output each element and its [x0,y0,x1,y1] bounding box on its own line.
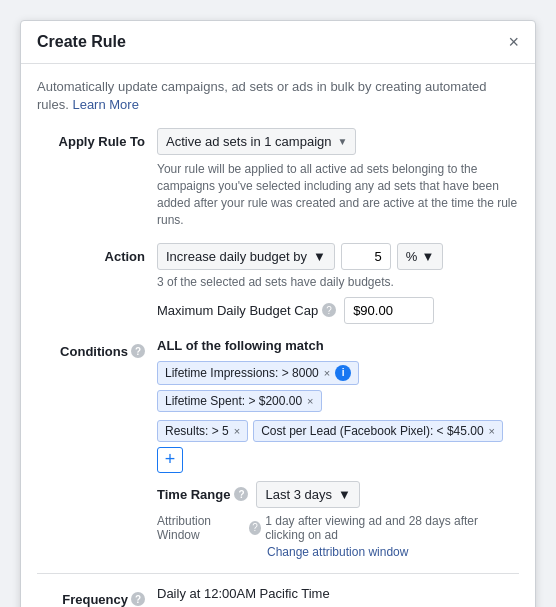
action-row: Action Increase daily budget by ▼ % ▼ 3 … [37,243,519,324]
budget-cap-row: Maximum Daily Budget Cap ? [157,297,519,324]
apply-rule-desc: Your rule will be applied to all active … [157,161,519,228]
chevron-down-icon: ▼ [338,487,351,502]
frequency-label: Frequency ? [37,586,157,607]
chevron-down-icon: ▼ [313,249,326,264]
attribution-window: Attribution Window ? 1 day after viewing… [157,514,519,542]
condition-tag-0: Lifetime Impressions: > 8000 × i [157,361,359,385]
attribution-window-label: Attribution Window [157,514,245,542]
apply-rule-dropdown[interactable]: Active ad sets in 1 campaign ▼ [157,128,356,155]
condition-tag-close-0[interactable]: × [324,367,330,379]
conditions-content: ALL of the following match Lifetime Impr… [157,338,519,559]
chevron-down-icon: ▼ [337,136,347,147]
close-button[interactable]: × [508,33,519,51]
time-range-row: Time Range ? Last 3 days ▼ [157,481,519,508]
intro-text: Automatically update campaigns, ad sets … [37,78,519,114]
conditions-tags: Lifetime Impressions: > 8000 × i Lifetim… [157,361,519,412]
conditions-help-icon[interactable]: ? [131,344,145,358]
conditions-header: ALL of the following match [157,338,519,353]
condition-tag-1: Lifetime Spent: > $200.00 × [157,390,322,412]
dialog-body: Automatically update campaigns, ad sets … [21,64,535,607]
action-label: Action [37,243,157,264]
time-range-label: Time Range ? [157,487,248,502]
action-unit-dropdown[interactable]: % ▼ [397,243,443,270]
condition-tag-3: Cost per Lead (Facebook Pixel): < $45.00… [253,420,503,442]
time-range-help-icon[interactable]: ? [234,487,248,501]
chevron-down-icon: ▼ [421,249,434,264]
condition-tag-close-2[interactable]: × [234,425,240,437]
apply-rule-content: Active ad sets in 1 campaign ▼ Your rule… [157,128,519,228]
frequency-help-icon[interactable]: ? [131,592,145,606]
budget-cap-help-icon[interactable]: ? [322,303,336,317]
conditions-label: Conditions ? [37,338,157,359]
time-range-dropdown[interactable]: Last 3 days ▼ [256,481,359,508]
apply-rule-label: Apply Rule To [37,128,157,149]
add-condition-button[interactable]: + [157,447,183,473]
condition-tag-close-1[interactable]: × [307,395,313,407]
action-controls: Increase daily budget by ▼ % ▼ [157,243,519,270]
action-dropdown[interactable]: Increase daily budget by ▼ [157,243,335,270]
apply-rule-row: Apply Rule To Active ad sets in 1 campai… [37,128,519,228]
conditions-tags-2: Results: > 5 × Cost per Lead (Facebook P… [157,420,519,473]
frequency-row: Frequency ? Daily at 12:00AM Pacific Tim… [37,586,519,607]
condition-tag-2: Results: > 5 × [157,420,248,442]
condition-tag-close-3[interactable]: × [489,425,495,437]
action-desc: 3 of the selected ad sets have daily bud… [157,275,519,289]
condition-tag-info-0[interactable]: i [335,365,351,381]
budget-cap-label: Maximum Daily Budget Cap ? [157,303,336,318]
action-amount-input[interactable] [341,243,391,270]
dialog-header: Create Rule × [21,21,535,64]
attribution-help-icon[interactable]: ? [249,521,261,535]
frequency-content: Daily at 12:00AM Pacific Time [157,586,519,601]
change-attribution-link[interactable]: Change attribution window [157,545,408,559]
action-content: Increase daily budget by ▼ % ▼ 3 of the … [157,243,519,324]
create-rule-dialog: Create Rule × Automatically update campa… [20,20,536,607]
budget-cap-input[interactable] [344,297,434,324]
dialog-title: Create Rule [37,33,126,51]
conditions-row: Conditions ? ALL of the following match … [37,338,519,559]
learn-more-link[interactable]: Learn More [72,97,138,112]
